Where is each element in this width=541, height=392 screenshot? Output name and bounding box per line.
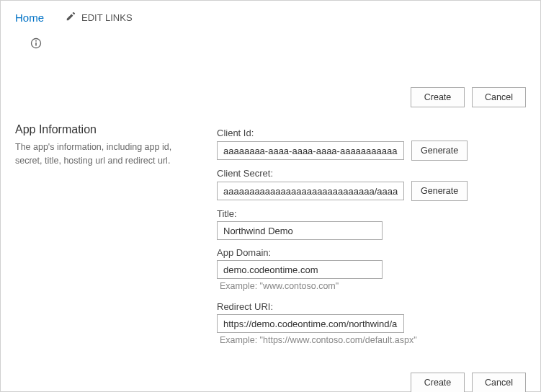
top-button-row: Create Cancel bbox=[15, 58, 526, 123]
info-row bbox=[15, 34, 526, 58]
redirect-uri-field: Redirect URI: Example: "https://www.cont… bbox=[217, 297, 526, 348]
client-id-label: Client Id: bbox=[217, 123, 526, 141]
title-label: Title: bbox=[217, 204, 526, 221]
section-description: The app's information, including app id,… bbox=[15, 141, 195, 168]
title-field: Title: bbox=[217, 204, 526, 240]
title-input[interactable] bbox=[217, 221, 383, 240]
section-title: App Information bbox=[15, 123, 195, 136]
cancel-button[interactable]: Cancel bbox=[472, 87, 526, 107]
section-info-column: App Information The app's information, i… bbox=[15, 123, 202, 351]
app-domain-label: App Domain: bbox=[217, 243, 526, 260]
client-id-input[interactable] bbox=[217, 141, 404, 160]
client-id-field: Client Id: Generate bbox=[217, 123, 526, 161]
create-button[interactable]: Create bbox=[411, 87, 465, 107]
info-icon[interactable] bbox=[30, 37, 43, 50]
generate-client-id-button[interactable]: Generate bbox=[411, 141, 468, 161]
pencil-icon bbox=[66, 12, 76, 24]
home-link[interactable]: Home bbox=[15, 12, 44, 24]
edit-links-button[interactable]: EDIT LINKS bbox=[66, 12, 133, 24]
generate-client-secret-button[interactable]: Generate bbox=[411, 181, 468, 201]
svg-rect-2 bbox=[35, 40, 37, 42]
bottom-button-row: Create Cancel bbox=[15, 351, 526, 392]
app-domain-input[interactable] bbox=[217, 260, 383, 279]
top-nav: Home EDIT LINKS bbox=[15, 1, 526, 34]
page-container: Home EDIT LINKS Create Cancel App Inform… bbox=[0, 0, 541, 392]
app-domain-field: App Domain: Example: "www.contoso.com" bbox=[217, 243, 526, 294]
app-domain-hint: Example: "www.contoso.com" bbox=[217, 279, 526, 294]
redirect-uri-input[interactable] bbox=[217, 314, 404, 333]
cancel-button-bottom[interactable]: Cancel bbox=[472, 373, 526, 392]
create-button-bottom[interactable]: Create bbox=[411, 373, 465, 392]
edit-links-label: EDIT LINKS bbox=[81, 12, 133, 23]
svg-rect-1 bbox=[35, 43, 37, 46]
client-secret-input[interactable] bbox=[217, 182, 404, 200]
form-column: Client Id: Generate Client Secret: Gener… bbox=[217, 123, 526, 351]
redirect-uri-hint: Example: "https://www.contoso.com/defaul… bbox=[217, 333, 526, 348]
redirect-uri-label: Redirect URI: bbox=[217, 297, 526, 314]
client-secret-label: Client Secret: bbox=[217, 164, 526, 181]
content-area: App Information The app's information, i… bbox=[15, 123, 526, 351]
client-secret-field: Client Secret: Generate bbox=[217, 164, 526, 201]
